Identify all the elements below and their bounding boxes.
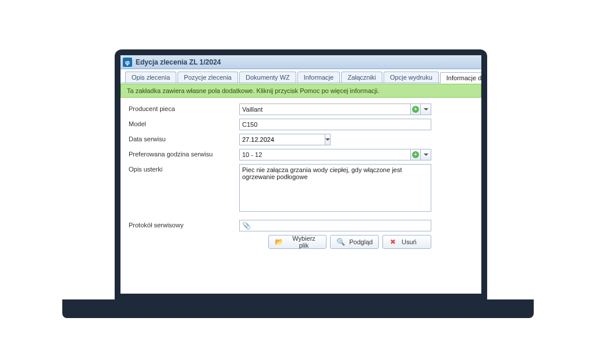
data-serwisu-dropdown-button[interactable] bbox=[325, 134, 331, 145]
tab-pozycje-zlecenia[interactable]: Pozycje zlecenia bbox=[178, 72, 238, 83]
paperclip-icon: 📎 bbox=[242, 222, 251, 230]
producent-dropdown-button[interactable] bbox=[421, 104, 431, 115]
input-godzina[interactable] bbox=[239, 149, 410, 160]
label-protokol: Protokół serwisowy bbox=[129, 220, 239, 229]
preview-label: Podgląd bbox=[349, 238, 372, 245]
chevron-down-icon bbox=[424, 108, 428, 110]
file-buttons-row: 📂 Wybierz plik 🔍 Podgląd ✖ Usuń bbox=[268, 235, 431, 249]
tab-opis-zlecenia[interactable]: Opis zlecenia bbox=[125, 72, 176, 83]
row-godzina: Preferowana godzina serwisu + bbox=[129, 149, 473, 160]
plus-icon: + bbox=[412, 151, 419, 158]
godzina-dropdown-button[interactable] bbox=[421, 149, 431, 160]
tab-informacje-dla-serwisanta[interactable]: Informacje dla serwisanta bbox=[440, 72, 481, 83]
chevron-down-icon bbox=[325, 138, 330, 141]
preview-button[interactable]: 🔍 Podgląd bbox=[330, 235, 379, 249]
row-producent: Producent pieca + bbox=[129, 104, 473, 115]
form-area: Producent pieca + Model Dat bbox=[120, 98, 481, 258]
delete-x-icon: ✖ bbox=[389, 238, 397, 246]
label-model: Model bbox=[129, 119, 239, 127]
chevron-down-icon bbox=[424, 154, 428, 156]
delete-button[interactable]: ✖ Usuń bbox=[382, 235, 431, 249]
label-data-serwisu: Data serwisu bbox=[129, 134, 239, 142]
row-opis-usterki: Opis usterki bbox=[129, 164, 473, 212]
label-godzina: Preferowana godzina serwisu bbox=[129, 149, 239, 158]
tab-bar: Opis zlecenia Pozycje zlecenia Dokumenty… bbox=[120, 69, 481, 83]
tab-zalaczniki[interactable]: Załączniki bbox=[341, 72, 382, 83]
choose-file-label: Wybierz plik bbox=[288, 235, 320, 249]
row-data-serwisu: Data serwisu bbox=[129, 134, 473, 145]
add-godzina-button[interactable]: + bbox=[410, 149, 421, 160]
laptop-frame: φ Edycja zlecenia ZL 1/2024 Opis zleceni… bbox=[115, 49, 487, 299]
label-producent: Producent pieca bbox=[129, 104, 239, 112]
plus-icon: + bbox=[412, 106, 419, 113]
window-title: Edycja zlecenia ZL 1/2024 bbox=[136, 58, 221, 66]
laptop-base bbox=[62, 299, 534, 318]
input-model[interactable] bbox=[239, 119, 431, 130]
row-protokol: Protokół serwisowy 📎 📂 Wybierz plik 🔍 Po… bbox=[129, 220, 473, 249]
tab-opcje-wydruku[interactable]: Opcje wydruku bbox=[384, 72, 439, 83]
row-model: Model bbox=[129, 119, 473, 130]
window-titlebar: φ Edycja zlecenia ZL 1/2024 bbox=[120, 55, 481, 69]
app-window: φ Edycja zlecenia ZL 1/2024 Opis zleceni… bbox=[120, 55, 481, 294]
textarea-opis-usterki[interactable] bbox=[239, 164, 431, 212]
delete-label: Usuń bbox=[402, 238, 417, 245]
magnifier-icon: 🔍 bbox=[336, 238, 345, 246]
label-opis-usterki: Opis usterki bbox=[129, 164, 239, 173]
custom-fields-info-bar: Ta zakładka zawiera własne pola dodatkow… bbox=[120, 84, 481, 98]
tab-informacje[interactable]: Informacje bbox=[297, 72, 340, 83]
file-attachment-box[interactable]: 📎 bbox=[239, 220, 431, 231]
app-icon: φ bbox=[123, 58, 132, 67]
choose-file-button[interactable]: 📂 Wybierz plik bbox=[268, 235, 327, 249]
add-producent-button[interactable]: + bbox=[410, 104, 421, 115]
tab-dokumenty-wz[interactable]: Dokumenty WZ bbox=[239, 72, 296, 83]
input-data-serwisu[interactable] bbox=[239, 134, 325, 145]
input-producent[interactable] bbox=[239, 104, 410, 115]
folder-open-icon: 📂 bbox=[275, 238, 283, 246]
